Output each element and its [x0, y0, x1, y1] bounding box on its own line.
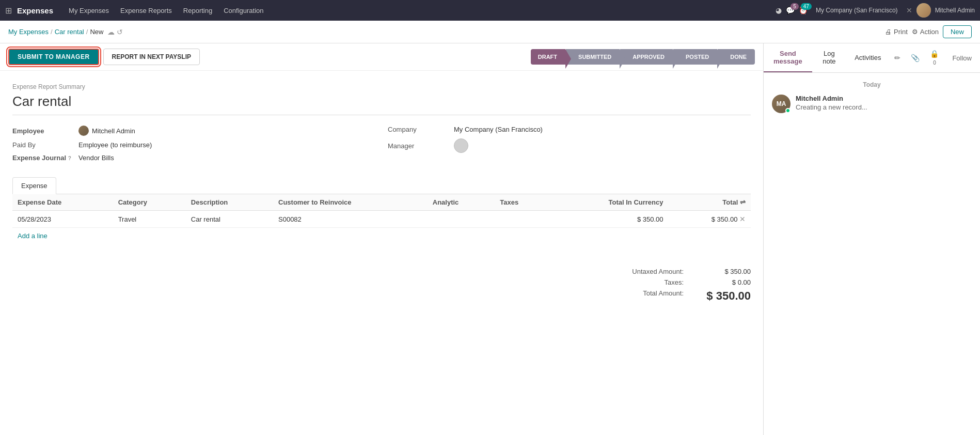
col-header-total: Total ⇌ [668, 194, 751, 211]
chat-text: Creating a new record... [796, 103, 867, 111]
employee-label: Employee [12, 127, 74, 135]
total-amount-row: Total Amount: $ 350.00 [12, 289, 751, 303]
left-panel: SUBMIT TO MANAGER REPORT IN NEXT PAYSLIP… [0, 43, 763, 435]
taxes-row: Taxes: $ 0.00 [12, 278, 751, 286]
chat-date-label: Today [772, 81, 972, 88]
form-area: Expense Report Summary Car rental Employ… [0, 71, 763, 259]
form-fields-right: Company My Company (San Francisco) Manag… [388, 126, 751, 167]
status-posted: POSTED [673, 49, 717, 65]
cell-date[interactable]: 05/28/2023 [12, 211, 113, 228]
expense-journal-help-icon[interactable]: ? [68, 156, 71, 161]
cell-taxes[interactable] [495, 211, 548, 228]
manager-avatar-circle [454, 138, 468, 153]
col-header-category: Category [113, 194, 186, 211]
form-fields: Employee Mitchell Admin Paid By Employee… [12, 126, 751, 167]
breadcrumb-my-expenses[interactable]: My Expenses [8, 28, 49, 36]
chat-bubble-wrapper: Mitchell Admin Creating a new record... [796, 95, 867, 113]
paperclip-icon[interactable]: 📎 [906, 48, 925, 68]
action-bar: SUBMIT TO MANAGER REPORT IN NEXT PAYSLIP… [0, 43, 763, 71]
cell-total-currency: $ 350.00 [548, 211, 669, 228]
chat-icon[interactable]: 💬 5 [786, 6, 795, 14]
cell-category[interactable]: Travel [113, 211, 186, 228]
breadcrumb-car-rental[interactable]: Car rental [55, 28, 84, 36]
log-note-button[interactable]: Log note [812, 43, 846, 72]
company-close-icon[interactable]: ✕ [906, 6, 912, 14]
form-subtitle: Expense Report Summary [12, 83, 751, 90]
chat-badge: 5 [791, 3, 799, 10]
status-bar: DRAFT SUBMITTED APPROVED POSTED DONE [531, 49, 755, 65]
cloud-save-icon[interactable]: ☁ [107, 28, 115, 36]
app-name: Expenses [17, 6, 53, 15]
delete-row-icon[interactable]: ✕ [739, 215, 746, 223]
tab-expense[interactable]: Expense [12, 177, 56, 194]
right-panel-header: Send message Log note Activities ✏ 📎 🔒0 … [764, 43, 980, 73]
employee-value: Mitchell Admin [78, 126, 135, 136]
paid-by-label: Paid By [12, 141, 74, 149]
taxes-label: Taxes: [601, 278, 684, 286]
add-line-button[interactable]: Add a line [12, 228, 53, 244]
col-header-customer: Customer to Reinvoice [273, 194, 428, 211]
expense-journal-value[interactable]: Vendor Bills [78, 154, 114, 162]
nav-my-expenses[interactable]: My Expenses [64, 5, 114, 17]
activities-button[interactable]: Activities [846, 48, 889, 69]
employee-field-row: Employee Mitchell Admin [12, 126, 375, 136]
expense-journal-label: Expense Journal ? [12, 154, 74, 162]
breadcrumb: My Expenses / Car rental / New ☁ ↺ [8, 28, 881, 36]
employee-avatar [78, 126, 89, 136]
nav-links: My Expenses Expense Reports Reporting Co… [64, 5, 268, 17]
manager-value [454, 138, 468, 153]
untaxed-amount-row: Untaxed Amount: $ 350.00 [12, 268, 751, 275]
expense-journal-field-row: Expense Journal ? Vendor Bills [12, 154, 375, 162]
avatar [916, 3, 931, 18]
gear-icon: ⚙ [912, 28, 918, 36]
nav-configuration[interactable]: Configuration [218, 5, 268, 17]
report-in-next-payslip-button[interactable]: REPORT IN NEXT PAYSLIP [103, 49, 200, 65]
total-amount-label: Total Amount: [601, 289, 684, 303]
new-button[interactable]: New [943, 25, 972, 38]
follow-button[interactable]: Follow [944, 48, 980, 68]
user-name: Mitchell Admin [935, 7, 975, 14]
expense-report-title[interactable]: Car rental [12, 94, 751, 115]
status-done: DONE [718, 49, 755, 65]
col-header-total-currency: Total In Currency [548, 194, 669, 211]
cell-customer[interactable]: S00082 [273, 211, 428, 228]
col-header-taxes: Taxes [495, 194, 548, 211]
total-amount-value: $ 350.00 [704, 289, 751, 303]
submit-to-manager-button[interactable]: SUBMIT TO MANAGER [8, 49, 99, 65]
main-layout: SUBMIT TO MANAGER REPORT IN NEXT PAYSLIP… [0, 43, 980, 435]
nav-expense-reports[interactable]: Expense Reports [115, 5, 177, 17]
print-icon: 🖨 [885, 28, 892, 36]
sub-navigation: My Expenses / Car rental / New ☁ ↺ 🖨 Pri… [0, 21, 980, 43]
company-value[interactable]: My Company (San Francisco) [454, 126, 543, 133]
column-settings-icon[interactable]: ⇌ [740, 198, 746, 206]
chat-avatar: MA [772, 95, 791, 113]
app-grid-icon[interactable]: ⊞ [5, 6, 12, 15]
cell-description[interactable]: Car rental [186, 211, 273, 228]
status-steps: DRAFT SUBMITTED APPROVED POSTED DONE [531, 49, 755, 65]
paid-by-value[interactable]: Employee (to reimburse) [78, 141, 152, 149]
untaxed-amount-label: Untaxed Amount: [601, 268, 684, 275]
action-button[interactable]: ⚙ Action [912, 28, 939, 36]
taxes-value: $ 0.00 [704, 278, 751, 286]
nav-reporting[interactable]: Reporting [178, 5, 217, 17]
company-field-row: Company My Company (San Francisco) [388, 126, 751, 133]
expense-table: Expense Date Category Description Custom… [12, 194, 751, 228]
col-header-date: Expense Date [12, 194, 113, 211]
clock-icon[interactable]: ⏰ 47 [799, 6, 808, 14]
send-message-button[interactable]: Send message [764, 43, 812, 72]
support-icon[interactable]: ◕ [776, 6, 782, 14]
action-bar-left: SUBMIT TO MANAGER REPORT IN NEXT PAYSLIP [8, 49, 200, 65]
manager-field-row: Manager [388, 138, 751, 153]
print-button[interactable]: 🖨 Print [885, 28, 908, 36]
cell-total: $ 350.00 ✕ [668, 211, 751, 228]
status-draft: DRAFT [531, 49, 565, 65]
refresh-icon[interactable]: ↺ [117, 28, 123, 36]
col-header-description: Description [186, 194, 273, 211]
edit-icon[interactable]: ✏ [889, 48, 906, 68]
untaxed-amount-value: $ 350.00 [704, 268, 751, 275]
cell-analytic[interactable] [428, 211, 495, 228]
breadcrumb-current: New [90, 28, 103, 36]
company-name: My Company (San Francisco) [816, 7, 898, 14]
lock-icon[interactable]: 🔒0 [925, 43, 944, 72]
chat-author: Mitchell Admin [796, 95, 867, 102]
